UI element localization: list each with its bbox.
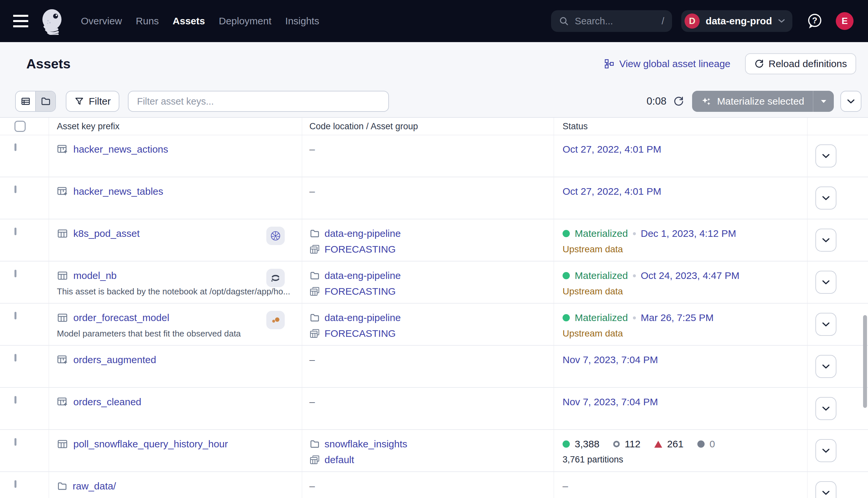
row-checkbox[interactable] — [14, 143, 16, 151]
column-header-code-location: Code location / Asset group — [302, 118, 554, 135]
column-header-asset-key-prefix: Asset key prefix — [49, 118, 302, 135]
table-row: poll_snowflake_query_history_hoursnowfla… — [0, 430, 868, 472]
reload-icon — [754, 59, 764, 69]
row-checkbox[interactable] — [14, 185, 16, 193]
hamburger-menu-icon[interactable] — [13, 15, 28, 27]
materialize-selected-button[interactable]: Materialize selected — [692, 91, 834, 112]
table-star-icon — [57, 186, 68, 197]
expand-row-button[interactable] — [815, 144, 837, 168]
view-global-asset-lineage-link[interactable]: View global asset lineage — [604, 58, 730, 69]
asset-key-link[interactable]: order_forecast_model — [73, 312, 169, 323]
more-actions-button[interactable] — [840, 91, 862, 112]
materialized-status-dot — [563, 314, 570, 322]
expand-row-button[interactable] — [815, 397, 837, 420]
noteable-dots-badge-icon — [266, 311, 285, 329]
nav-item-runs[interactable]: Runs — [136, 15, 159, 27]
row-checkbox[interactable] — [14, 270, 16, 277]
asset-key-link[interactable]: hacker_news_tables — [73, 186, 163, 197]
table-star-icon — [57, 396, 68, 408]
jupyter-badge-icon — [266, 269, 285, 287]
table-row: orders_augmented–Nov 7, 2023, 7:04 PM — [0, 346, 868, 388]
sparkles-icon — [700, 96, 712, 107]
code-location-link[interactable]: data-eng-pipeline — [324, 270, 401, 281]
filter-asset-keys-input[interactable] — [128, 91, 389, 112]
deployment-switcher[interactable]: D data-eng-prod — [681, 10, 792, 32]
code-location-folder-icon — [309, 439, 320, 449]
chevron-down-icon — [778, 19, 785, 23]
vertical-scrollbar[interactable] — [863, 315, 867, 408]
view-mode-toggle — [15, 91, 56, 112]
materialization-date-link[interactable]: Dec 1, 2023, 4:12 PM — [641, 228, 736, 239]
row-checkbox[interactable] — [14, 438, 16, 446]
materialized-status-dot — [563, 230, 570, 237]
asset-group-link[interactable]: FORECASTING — [324, 244, 396, 255]
nav-item-overview[interactable]: Overview — [81, 15, 122, 27]
row-checkbox[interactable] — [14, 480, 16, 488]
upstream-data-note: Upstream data — [563, 286, 807, 297]
global-search[interactable]: / — [551, 10, 672, 32]
asset-group-icon — [309, 328, 320, 339]
nav-item-deployment[interactable]: Deployment — [219, 15, 271, 27]
materialization-date-link[interactable]: Oct 27, 2022, 4:01 PM — [563, 186, 661, 197]
row-checkbox[interactable] — [14, 396, 16, 404]
asset-key-link[interactable]: poll_snowflake_query_history_hour — [73, 438, 228, 450]
search-shortcut-hint: / — [662, 16, 664, 27]
nav-item-insights[interactable]: Insights — [285, 15, 319, 27]
table-row: model_nbThis asset is backed by the note… — [0, 262, 868, 304]
select-all-checkbox[interactable] — [14, 121, 26, 132]
folder-view-toggle[interactable] — [35, 91, 55, 111]
asset-key-link[interactable]: hacker_news_actions — [73, 144, 168, 155]
asset-key-link[interactable]: model_nb — [73, 270, 117, 281]
expand-row-button[interactable] — [815, 271, 837, 294]
filter-button[interactable]: Filter — [66, 91, 119, 112]
materialization-date-link[interactable]: Nov 7, 2023, 7:04 PM — [563, 354, 658, 365]
code-location-folder-icon — [309, 313, 320, 323]
expand-row-button[interactable] — [815, 481, 837, 498]
asset-group-icon — [309, 244, 320, 254]
asset-key-link[interactable]: orders_augmented — [73, 354, 156, 365]
table-row: orders_cleaned–Nov 7, 2023, 7:04 PM — [0, 388, 868, 430]
page-header: Assets View global asset lineage Reload … — [0, 42, 868, 86]
user-avatar[interactable]: E — [836, 12, 854, 30]
flat-view-toggle[interactable] — [16, 91, 35, 111]
code-location-link[interactable]: data-eng-pipeline — [324, 228, 401, 239]
expand-row-button[interactable] — [815, 186, 837, 210]
asset-key-link[interactable]: raw_data/ — [73, 481, 116, 492]
materialization-date-link[interactable]: Oct 27, 2022, 4:01 PM — [563, 144, 661, 155]
table-star-icon — [57, 144, 68, 155]
partition-count: 0 — [709, 438, 715, 450]
expand-row-button[interactable] — [815, 439, 837, 462]
asset-key-link[interactable]: orders_cleaned — [73, 396, 142, 408]
reload-definitions-button[interactable]: Reload definitions — [745, 53, 856, 74]
asset-group-link[interactable]: FORECASTING — [324, 286, 396, 297]
asset-group-link[interactable]: default — [324, 454, 354, 466]
missing-count-dot — [697, 441, 705, 448]
row-checkbox[interactable] — [14, 312, 16, 319]
kubernetes-badge-icon — [266, 227, 285, 245]
expand-row-button[interactable] — [815, 313, 837, 336]
table-header: Asset key prefix Code location / Asset g… — [0, 118, 868, 135]
materialization-date-link[interactable]: Nov 7, 2023, 7:04 PM — [563, 396, 658, 408]
deployment-name: data-eng-prod — [706, 15, 772, 27]
code-location-folder-icon — [309, 228, 320, 239]
dagster-logo-icon[interactable] — [38, 7, 66, 35]
materialization-date-link[interactable]: Mar 26, 7:25 PM — [641, 312, 714, 323]
code-location-link[interactable]: snowflake_insights — [324, 438, 408, 450]
nav-item-assets[interactable]: Assets — [173, 15, 205, 27]
help-icon[interactable]: ? — [806, 13, 823, 30]
materialization-date-link[interactable]: Oct 24, 2023, 4:47 PM — [641, 270, 739, 281]
expand-row-button[interactable] — [815, 355, 837, 378]
table-row: order_forecast_modelModel parameters tha… — [0, 304, 868, 346]
code-location-link[interactable]: data-eng-pipeline — [324, 312, 401, 323]
asset-group-link[interactable]: FORECASTING — [324, 328, 396, 339]
row-checkbox[interactable] — [14, 227, 16, 235]
main-menu: Overview Runs Assets Deployment Insights — [81, 15, 319, 27]
materialize-dropdown-toggle[interactable] — [813, 91, 834, 112]
asset-key-link[interactable]: k8s_pod_asset — [73, 228, 140, 239]
refresh-icon[interactable] — [673, 96, 684, 107]
search-input[interactable] — [574, 15, 662, 27]
empty-value: – — [309, 144, 315, 155]
row-checkbox[interactable] — [14, 354, 16, 362]
expand-row-button[interactable] — [815, 228, 837, 252]
materialized-status-label: Materialized — [575, 228, 628, 239]
